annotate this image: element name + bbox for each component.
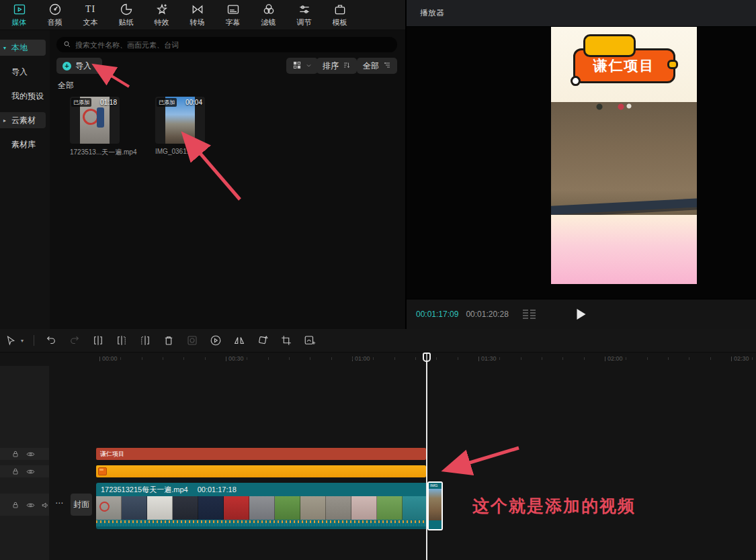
cover-button-label: 封面 [73, 499, 89, 510]
tab-text[interactable]: TI 文本 [73, 0, 108, 30]
text-track-clip[interactable]: 谦仁项目 [96, 448, 426, 460]
tab-media[interactable]: 媒体 [1, 0, 37, 30]
playhead-line[interactable] [426, 353, 427, 560]
filmstrip-frame [403, 496, 428, 520]
transition-icon [191, 3, 204, 16]
sticker-track-clip[interactable] [96, 465, 426, 477]
added-badge: 已添加 [157, 98, 177, 107]
sidebar-item-cloud[interactable]: ▸云素材 [0, 112, 46, 128]
play-button[interactable] [577, 309, 586, 320]
eye-icon[interactable] [26, 500, 35, 510]
timeline-area[interactable]: 00:0000:3001:0001:3002:0002:30 ⋯ 谦仁项目 17… [0, 353, 756, 560]
beach-railing [551, 198, 697, 215]
media-cards: 已添加 01:18 1723513...天一遍.mp4 已添加 00:04 [70, 97, 205, 157]
timeline-section: ▾ 00:0000:3001:0001:3002:0002:30 [0, 329, 756, 560]
tab-audio-label: 音频 [48, 17, 62, 28]
media-browser: + 导入 排序 全部 [50, 30, 405, 329]
tab-filters[interactable]: 滤镜 [251, 0, 286, 30]
sidebar-item-presets[interactable]: 我的预设 [0, 88, 46, 104]
added-video-clip-selected[interactable]: IMG [427, 481, 443, 530]
media-card-1[interactable]: 已添加 01:18 1723513...天一遍.mp4 [70, 97, 120, 157]
undo-icon[interactable] [44, 334, 58, 347]
cover-button[interactable]: 封面 [71, 494, 92, 516]
eye-icon[interactable] [26, 449, 35, 459]
speaker-icon[interactable] [40, 500, 50, 510]
crop-icon[interactable] [280, 334, 293, 347]
ruler-tick [120, 357, 121, 360]
tab-captions-label: 字幕 [226, 17, 241, 28]
media-pane: 媒体 音频 TI 文本 贴纸 特效 [0, 0, 407, 329]
filmstrip-frame [326, 496, 351, 520]
video-track-clip[interactable]: 1723513215每天一遍.mp4 00:01:17:18 [96, 483, 428, 529]
tab-templates[interactable]: 模板 [322, 0, 358, 30]
tab-effects[interactable]: 特效 [144, 0, 179, 30]
import-button[interactable]: + 导入 [56, 58, 102, 74]
redo-icon[interactable] [68, 334, 81, 347]
sidebar-item-import[interactable]: 导入 [0, 64, 46, 80]
ruler-tick [689, 357, 689, 360]
more-options-icon[interactable]: ⋯ [55, 498, 64, 508]
sidebar-item-library[interactable]: 素材库 [0, 136, 46, 152]
effects-icon [155, 3, 169, 16]
title-card-dot-yellow [667, 60, 678, 69]
search-icon [63, 39, 71, 51]
smart-cutout-icon[interactable] [303, 334, 317, 347]
audio-icon [48, 3, 62, 16]
lock-icon[interactable] [11, 467, 20, 476]
select-tool-icon[interactable] [4, 334, 17, 347]
tab-transition[interactable]: 转场 [179, 0, 215, 30]
view-mode-button[interactable] [286, 58, 318, 74]
eye-icon[interactable] [26, 467, 35, 476]
filter-button[interactable]: 全部 [357, 58, 397, 74]
search-bar[interactable] [56, 37, 397, 52]
player-header: 播放器 [407, 0, 756, 27]
playhead-handle[interactable] [423, 353, 431, 362]
search-input[interactable] [75, 41, 359, 49]
ruler-label: 00:00 [99, 355, 118, 362]
split-keep-right-icon[interactable] [138, 334, 152, 347]
sidebar-item-local[interactable]: ▾本地 [0, 40, 46, 56]
split-keep-left-icon[interactable] [115, 334, 128, 347]
text-clip-label: 谦仁项目 [100, 450, 124, 459]
select-tool-chevron-icon[interactable]: ▾ [21, 338, 24, 344]
frame-view-icon[interactable] [523, 310, 536, 320]
captions-icon [226, 3, 240, 16]
track-header-column [0, 366, 49, 560]
ruler-tick [142, 357, 142, 360]
filmstrip-frame [377, 496, 403, 520]
speed-icon[interactable] [209, 334, 222, 347]
split-icon[interactable] [91, 334, 105, 347]
tab-adjust[interactable]: 调节 [286, 0, 322, 30]
ruler-tick [331, 357, 332, 360]
ruler-label: 01:30 [478, 355, 497, 362]
tab-audio[interactable]: 音频 [37, 0, 73, 30]
title-card-text: 谦仁项目 [593, 56, 655, 75]
player-controls: 00:01:17:09 00:01:20:28 [407, 299, 756, 329]
sort-icon [343, 61, 351, 71]
timeline-ruler[interactable]: 00:0000:3001:0001:3002:0002:30 [0, 353, 756, 366]
player-pane: 播放器 谦仁项目 [407, 0, 756, 329]
rotate-icon[interactable] [256, 334, 269, 347]
filmstrip-frame [275, 496, 300, 520]
media-card-2-filename: IMG_0361.MP4 [155, 148, 222, 155]
video-clip-base [96, 526, 428, 529]
ruler-tick [668, 357, 669, 360]
lock-icon[interactable] [11, 449, 20, 459]
ruler-label: 01:00 [352, 355, 370, 362]
mirror-icon[interactable] [233, 334, 246, 347]
caret-right-icon: ▸ [3, 118, 6, 124]
delete-icon[interactable] [162, 334, 175, 347]
sticker-thumbnail-icon [98, 467, 107, 475]
media-card-2[interactable]: 已添加 00:04 IMG_0361.MP4 [155, 97, 205, 157]
title-card-dot-white [571, 76, 581, 86]
mask-icon[interactable] [185, 334, 199, 347]
lock-icon[interactable] [11, 500, 20, 510]
tab-captions[interactable]: 字幕 [215, 0, 251, 30]
tab-templates-label: 模板 [333, 17, 347, 28]
grid-view-icon [292, 60, 302, 72]
tab-sticker[interactable]: 贴纸 [108, 0, 144, 30]
sidebar-item-cloud-label: 云素材 [11, 115, 36, 126]
ruler-tick [584, 357, 585, 360]
sort-button[interactable]: 排序 [317, 58, 357, 74]
group-label-all: 全部 [58, 80, 74, 91]
